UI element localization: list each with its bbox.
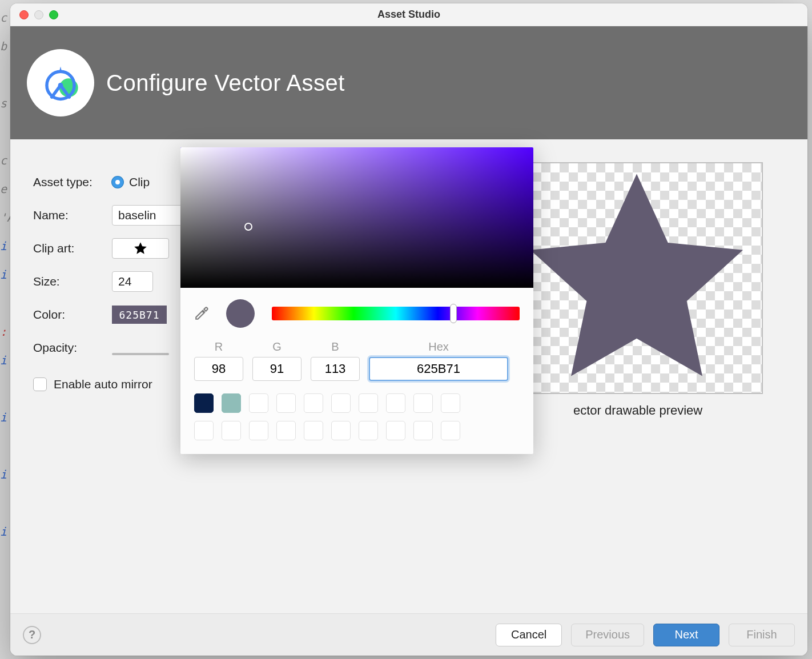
preview-caption: ector drawable preview <box>531 403 763 418</box>
palette-swatch-empty[interactable] <box>249 421 268 440</box>
svg-line-2 <box>52 85 61 97</box>
auto-mirror-checkbox[interactable] <box>33 377 47 391</box>
clip-art-button[interactable] <box>112 238 169 259</box>
r-label: R <box>215 340 223 353</box>
b-label: B <box>331 340 339 353</box>
palette-swatch-empty[interactable] <box>441 421 460 440</box>
b-input[interactable]: 113 <box>311 357 360 381</box>
wizard-footer: ? Cancel Previous Next Finish <box>10 613 807 656</box>
hue-slider[interactable] <box>272 307 520 320</box>
clip-art-label: Clip art: <box>33 242 112 255</box>
palette-swatch-empty[interactable] <box>304 393 323 413</box>
compass-icon <box>41 63 81 103</box>
size-label: Size: <box>33 275 112 288</box>
asset-type-label: Asset type: <box>33 175 112 189</box>
palette-swatch-empty[interactable] <box>413 393 433 413</box>
asset-studio-window: Asset Studio Configure Vector Asset Asse… <box>10 3 807 656</box>
preview-panel: ector drawable preview <box>531 162 763 418</box>
hex-input[interactable]: 625B71 <box>369 357 508 381</box>
asset-type-clip-art-radio-label: Clip <box>129 175 150 189</box>
palette-swatch-empty[interactable] <box>359 421 378 440</box>
cancel-button[interactable]: Cancel <box>496 624 562 646</box>
eyedropper-icon <box>194 306 209 321</box>
wizard-header: Configure Vector Asset <box>10 26 807 139</box>
size-width-input[interactable]: 24 <box>112 271 153 292</box>
opacity-slider[interactable] <box>112 353 169 355</box>
page-title: Configure Vector Asset <box>106 70 345 96</box>
color-picker-popup: R 98 G 91 B 113 Hex 625B71 <box>180 147 533 454</box>
window-title: Asset Studio <box>10 9 807 21</box>
palette-swatch-empty[interactable] <box>194 421 214 440</box>
palette-swatch-empty[interactable] <box>304 421 323 440</box>
titlebar: Asset Studio <box>10 3 807 26</box>
finish-button[interactable]: Finish <box>729 624 795 646</box>
question-icon: ? <box>29 628 35 641</box>
palette-swatch-empty[interactable] <box>359 393 378 413</box>
g-label: G <box>272 340 282 353</box>
palette-swatch-empty[interactable] <box>331 421 351 440</box>
palette-swatch-empty[interactable] <box>386 393 405 413</box>
opacity-label: Opacity: <box>33 341 112 355</box>
eyedropper-button[interactable] <box>194 306 209 321</box>
asset-type-clip-art-radio[interactable] <box>112 176 123 188</box>
color-swatch-button[interactable]: 625B71 <box>112 306 167 324</box>
next-button[interactable]: Next <box>653 624 719 646</box>
selected-color-preview <box>226 299 255 328</box>
preview-star-icon <box>512 152 762 404</box>
previous-button[interactable]: Previous <box>571 624 644 646</box>
help-button[interactable]: ? <box>23 626 41 644</box>
color-label: Color: <box>33 308 112 322</box>
palette-swatch[interactable] <box>222 393 241 413</box>
palette-swatch-empty[interactable] <box>441 393 460 413</box>
hex-label: Hex <box>428 340 449 353</box>
palette-swatch-empty[interactable] <box>249 393 268 413</box>
r-input[interactable]: 98 <box>194 357 243 381</box>
saturation-value-field[interactable] <box>180 147 533 288</box>
g-input[interactable]: 91 <box>252 357 302 381</box>
wizard-content: Asset type: Clip Name: baselin Clip art:… <box>10 139 807 613</box>
palette-swatch-empty[interactable] <box>276 393 296 413</box>
palette-swatch[interactable] <box>194 393 214 413</box>
palette-swatch-empty[interactable] <box>222 421 241 440</box>
android-studio-logo <box>31 53 90 112</box>
recent-colors-palette <box>194 393 520 440</box>
palette-swatch-empty[interactable] <box>331 393 351 413</box>
hue-thumb[interactable] <box>450 304 457 323</box>
name-label: Name: <box>33 208 112 222</box>
palette-swatch-empty[interactable] <box>386 421 405 440</box>
vector-preview-canvas <box>531 162 763 394</box>
auto-mirror-label: Enable auto mirror <box>54 377 152 391</box>
background-code: cb s ce 'Aii :i i i i <box>0 0 11 659</box>
star-icon <box>133 241 148 256</box>
palette-swatch-empty[interactable] <box>276 421 296 440</box>
sv-picker-handle[interactable] <box>244 223 252 231</box>
palette-swatch-empty[interactable] <box>413 421 433 440</box>
